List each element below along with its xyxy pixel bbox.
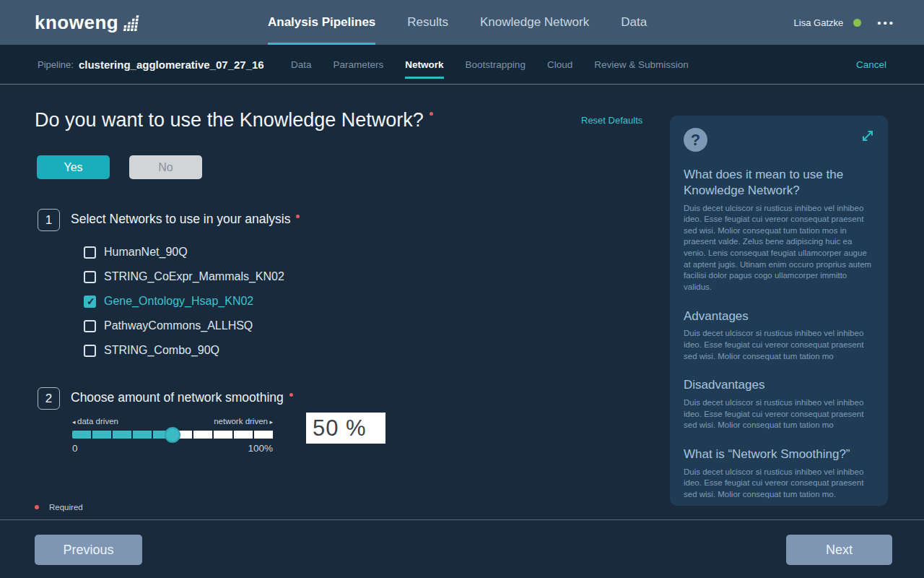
network-option-pathwaycommons[interactable]: PathwayCommons_ALLHSQ — [84, 314, 284, 338]
nav-item-knowledge-network[interactable]: Knowledge Network — [480, 0, 589, 45]
option-label: HumanNet_90Q — [104, 246, 188, 259]
slider-segment — [133, 431, 152, 439]
option-label: Gene_Ontology_Hsap_KN02 — [104, 295, 253, 308]
step2-title-text: Choose amount of network smoothing — [71, 390, 284, 405]
user-status-icon — [853, 19, 861, 27]
slider-labels: ◂ data driven network driven ▸ — [72, 417, 273, 426]
help-section-heading: What is “Network Smoothing?” — [684, 447, 874, 462]
pipeline-name: clustering_agglomerative_07_27_16 — [79, 59, 264, 71]
nav-item-results[interactable]: Results — [407, 0, 448, 45]
smoothing-slider: ◂ data driven network driven ▸ 0 100% — [72, 417, 273, 454]
expand-icon[interactable] — [861, 129, 874, 142]
checkbox-icon[interactable] — [84, 246, 96, 259]
network-option-gene-ontology[interactable]: Gene_Ontology_Hsap_KN02 — [84, 289, 284, 314]
logo-dots-icon — [123, 15, 141, 33]
pipeline-step-tabs: Data Parameters Network Bootstrapping Cl… — [291, 45, 689, 85]
network-option-string-combo[interactable]: STRING_Combo_90Q — [84, 338, 284, 363]
no-button[interactable]: No — [129, 155, 202, 179]
left-arrow-icon: ◂ — [72, 418, 77, 426]
overflow-menu-icon[interactable]: ••• — [877, 17, 895, 29]
slider-segment — [234, 431, 253, 439]
help-section-body: Duis decet ulciscor si rusticus inhibeo … — [684, 203, 874, 293]
reset-defaults-link[interactable]: Reset Defaults — [581, 115, 642, 126]
option-label: STRING_CoExpr_Mammals_KN02 — [104, 270, 284, 283]
tab-parameters[interactable]: Parameters — [334, 45, 384, 85]
pipeline-label: Pipeline: — [38, 59, 74, 70]
slider-minmax: 0 100% — [72, 443, 273, 454]
step2-number: 2 — [38, 387, 60, 410]
required-note: Required — [35, 503, 83, 512]
page-question: Do you want to use the Knowledge Network… — [35, 109, 433, 131]
checkbox-checked-icon[interactable] — [84, 296, 96, 308]
user-name[interactable]: Lisa Gatzke — [794, 17, 844, 28]
step1-number: 1 — [38, 209, 60, 231]
slider-right-label: network driven ▸ — [214, 417, 273, 426]
smoothing-value-field[interactable]: 50 % — [306, 413, 385, 444]
checkbox-icon[interactable] — [84, 345, 96, 357]
slider-min-label: 0 — [72, 443, 78, 454]
slider-segment — [72, 431, 91, 439]
right-arrow-icon: ▸ — [268, 418, 273, 426]
brand-name: knoweng — [35, 12, 118, 34]
step2-title: Choose amount of network smoothing — [71, 390, 293, 405]
required-indicator — [430, 112, 433, 116]
required-note-text: Required — [49, 503, 83, 512]
help-panel-header: ? — [684, 128, 874, 152]
help-section-body: Duis decet ulciscor si rusticus inhibeo … — [684, 397, 874, 431]
step1-title-text: Select Networks to use in your analysis — [71, 212, 290, 226]
slider-segment — [193, 431, 212, 439]
required-indicator — [35, 505, 39, 509]
slider-track[interactable] — [72, 431, 273, 439]
tab-bootstrapping[interactable]: Bootstrapping — [466, 45, 526, 85]
tab-network[interactable]: Network — [405, 45, 443, 85]
smoothing-value-text: 50 % — [313, 415, 367, 441]
slider-segment — [113, 431, 131, 439]
slider-left-label-text: data driven — [77, 417, 118, 426]
help-section-heading: Disadvantages — [684, 377, 874, 393]
option-label: STRING_Combo_90Q — [104, 344, 219, 357]
help-icon: ? — [684, 128, 707, 152]
network-option-humannet[interactable]: HumanNet_90Q — [84, 240, 284, 264]
page-question-text: Do you want to use the Knowledge Network… — [35, 109, 424, 131]
required-indicator — [289, 393, 293, 397]
option-label: PathwayCommons_ALLHSQ — [104, 319, 253, 332]
tab-review-submission[interactable]: Review & Submission — [594, 45, 689, 85]
slider-segment — [254, 431, 273, 439]
slider-handle[interactable] — [165, 427, 180, 443]
footer-divider — [0, 519, 924, 520]
network-options-list: HumanNet_90Q STRING_CoExpr_Mammals_KN02 … — [84, 240, 284, 363]
yes-button[interactable]: Yes — [37, 155, 110, 179]
cancel-link[interactable]: Cancel — [856, 59, 886, 70]
checkbox-icon[interactable] — [84, 320, 96, 332]
previous-button[interactable]: Previous — [35, 535, 142, 565]
help-section-body: Duis decet ulciscor si rusticus inhibeo … — [684, 328, 874, 362]
slider-left-label: ◂ data driven — [72, 417, 118, 426]
nav-item-analysis-pipelines[interactable]: Analysis Pipelines — [268, 0, 375, 45]
help-sections: What does it mean to use the Knowledge N… — [684, 167, 874, 500]
help-section-heading: What does it mean to use the Knowledge N… — [684, 167, 874, 199]
help-section-body: Duis decet ulciscor si rusticus inhibeo … — [684, 467, 874, 501]
help-panel: ? What does it mean to use the Knowledge… — [670, 116, 888, 506]
tab-cloud[interactable]: Cloud — [547, 45, 572, 85]
tab-data[interactable]: Data — [291, 45, 312, 85]
nav-item-data[interactable]: Data — [621, 0, 647, 45]
pipeline-subnav: Pipeline: clustering_agglomerative_07_27… — [0, 45, 924, 85]
next-button[interactable]: Next — [786, 535, 892, 565]
top-navbar: knoweng Analysis Pipelines Results Knowl… — [0, 0, 924, 45]
main-content: Do you want to use the Knowledge Network… — [0, 85, 924, 578]
step1-title: Select Networks to use in your analysis — [71, 212, 300, 227]
checkbox-icon[interactable] — [84, 271, 96, 283]
top-nav-items: Analysis Pipelines Results Knowledge Net… — [268, 0, 647, 45]
slider-right-label-text: network driven — [214, 417, 268, 426]
network-option-string-coexpr[interactable]: STRING_CoExpr_Mammals_KN02 — [84, 264, 284, 289]
brand-logo[interactable]: knoweng — [35, 12, 141, 34]
slider-segment — [92, 431, 111, 439]
user-area: Lisa Gatzke ••• — [794, 0, 895, 45]
required-indicator — [296, 215, 300, 218]
slider-segment — [214, 431, 232, 439]
help-section-heading: Advantages — [684, 309, 874, 324]
slider-max-label: 100% — [248, 443, 273, 454]
